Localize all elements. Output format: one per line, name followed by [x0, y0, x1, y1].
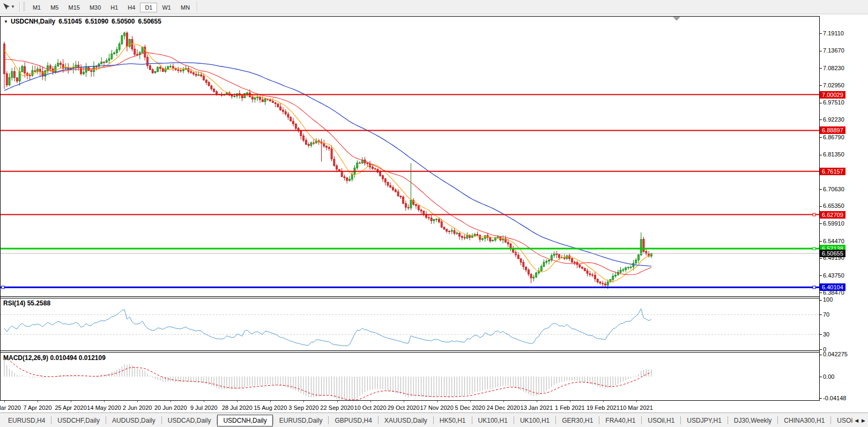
- axis-tick-mark: [820, 51, 822, 51]
- axis-tick-mark: [820, 334, 822, 335]
- date-tick-mark: [71, 401, 71, 402]
- ohlc-close: 6.50655: [138, 18, 161, 25]
- tab-gbpusd-h4[interactable]: GBPUSD,H4: [329, 415, 377, 426]
- date-label: 5 Dec 2020: [455, 404, 485, 411]
- timeframe-button-mn[interactable]: MN: [176, 3, 195, 12]
- chart-pointer-icon[interactable]: [1, 2, 11, 12]
- axis-tick-mark: [820, 398, 822, 399]
- price-tick-label: 6.92230: [823, 116, 844, 123]
- timeframe-button-m1[interactable]: M1: [28, 3, 46, 12]
- axis-tick-mark: [820, 103, 822, 103]
- timeframe-button-h1[interactable]: H1: [106, 3, 123, 12]
- chart-tabbar: EURUSD,H4USDCHF,DailyAUDUSD,DailyUSDCAD,…: [0, 413, 868, 427]
- tab-usoil-h1[interactable]: USOil,H1: [831, 415, 856, 426]
- macd-tick-label: 0.00: [823, 373, 834, 380]
- timeframe-button-d1[interactable]: D1: [140, 3, 157, 12]
- date-label: 14 May 2020: [87, 404, 121, 411]
- date-tick-mark: [337, 401, 338, 402]
- ohlc-low: 6.50500: [112, 18, 135, 25]
- price-tick-label: 7.19110: [823, 30, 844, 36]
- ohlc-open: 6.51045: [58, 18, 81, 25]
- price-axis[interactable]: 7.191107.136707.082307.029506.975106.922…: [820, 15, 868, 412]
- date-tick-mark: [237, 401, 238, 402]
- chart-window: ▼USDCNH,Daily6.510456.510906.505006.5065…: [0, 15, 868, 412]
- chart-symbol-label: USDCNH,Daily: [11, 18, 55, 25]
- tab-hk50-h1[interactable]: HK50,H1: [434, 415, 472, 426]
- date-tick-mark: [170, 401, 171, 402]
- date-label: 10 Mar 2021: [620, 404, 653, 411]
- axis-tick-mark: [820, 258, 822, 259]
- tab-usdcnh-daily[interactable]: USDCNH,Daily: [217, 415, 272, 426]
- date-tick-mark: [636, 401, 637, 402]
- price-tick-label: 6.86790: [823, 134, 844, 140]
- price-tick-label: 7.02950: [823, 82, 844, 88]
- date-tick-mark: [4, 401, 5, 402]
- chart-menu-caret[interactable]: ▼: [4, 19, 8, 24]
- tab-usdjpy-h1[interactable]: USDJPY,H1: [681, 415, 727, 426]
- date-tick-mark: [104, 401, 105, 402]
- date-tick-mark: [303, 401, 304, 402]
- date-label: 25 Apr 2020: [55, 404, 86, 411]
- timeframe-button-m15[interactable]: M15: [63, 3, 84, 12]
- tab-scroll-nav: ◀ ▶: [853, 413, 867, 427]
- tab-usdchf-daily[interactable]: USDCHF,Daily: [51, 415, 106, 426]
- date-tick-mark: [503, 401, 504, 402]
- price-tick-label: 6.54470: [823, 238, 844, 244]
- toolbar-separator-2: [197, 2, 197, 12]
- date-tick-mark: [38, 401, 38, 402]
- tool-dropdown-caret[interactable]: ▼: [11, 4, 15, 9]
- tab-audusd-daily[interactable]: AUDUSD,Daily: [106, 415, 161, 426]
- tab-uk100-h1[interactable]: UK100,H1: [472, 415, 514, 426]
- tab-eurusd-daily[interactable]: EURUSD,Daily: [273, 415, 329, 426]
- price-chart-canvas[interactable]: [0, 15, 820, 411]
- date-label: 22 Sep 2020: [320, 404, 353, 411]
- tab-xauusd-daily[interactable]: XAUUSD,Daily: [379, 415, 433, 426]
- date-label: 17 Nov 2020: [420, 404, 453, 411]
- timeframe-button-h4[interactable]: H4: [123, 3, 140, 12]
- axis-tick-mark: [820, 33, 822, 34]
- axis-tick-mark: [820, 155, 822, 155]
- price-tick-label: 6.43750: [823, 272, 844, 279]
- axis-tick-mark: [820, 300, 822, 301]
- toolbar-grip-handle[interactable]: [23, 2, 25, 11]
- price-tick-label: 6.70630: [823, 186, 844, 192]
- price-tick-label: 6.65350: [823, 203, 844, 209]
- date-label: 15 Aug 2020: [254, 404, 287, 411]
- tab-scroll-right-icon[interactable]: ▶: [860, 418, 867, 423]
- tab-uk100-h1[interactable]: UK100,H1: [514, 415, 555, 426]
- tab-usoil-h1[interactable]: USOil,H1: [642, 415, 680, 426]
- timeframe-button-m5[interactable]: M5: [46, 3, 63, 12]
- axis-tick-mark: [820, 349, 822, 350]
- tab-usdcad-daily[interactable]: USDCAD,Daily: [162, 415, 217, 426]
- timeframe-button-m30[interactable]: M30: [85, 3, 106, 12]
- tab-ger30-h1[interactable]: GER30,H1: [556, 415, 599, 426]
- timeframe-button-group: M1M5M15M30H1H4D1W1MN: [28, 2, 195, 12]
- date-tick-mark: [570, 401, 570, 402]
- tab-eurusd-h4[interactable]: EURUSD,H4: [2, 415, 51, 426]
- macd-tick-label: -0.04148: [823, 395, 846, 401]
- macd-tick-label: 0.042275: [823, 351, 848, 357]
- rsi-label: RSI(14) 55.2588: [3, 299, 50, 307]
- date-tick-mark: [204, 401, 204, 402]
- date-tick-mark: [603, 401, 604, 402]
- tab-scroll-left-icon[interactable]: ◀: [853, 418, 860, 423]
- tab-china300-h1[interactable]: CHINA300,H1: [778, 415, 830, 426]
- macd-signal-value: 0.012109: [79, 354, 106, 362]
- axis-tick-mark: [820, 377, 822, 377]
- axis-tick-mark: [820, 85, 822, 86]
- tab-dj30-weekly[interactable]: DJ30,Weekly: [728, 415, 777, 426]
- level-price-badge: 6.62709: [820, 211, 845, 219]
- rsi-tick-label: 30: [823, 331, 829, 338]
- timeframe-button-w1[interactable]: W1: [157, 3, 176, 12]
- rsi-tick-label: 70: [823, 311, 829, 318]
- date-label: 3 Sep 2020: [288, 404, 318, 411]
- axis-tick-mark: [820, 137, 822, 138]
- tab-fra40-h1[interactable]: FRA40,H1: [599, 415, 641, 426]
- chart-tabs: EURUSD,H4USDCHF,DailyAUDUSD,DailyUSDCAD,…: [0, 413, 856, 427]
- level-price-badge: 6.88897: [820, 126, 845, 134]
- date-label: 20 Jun 2020: [154, 404, 187, 411]
- ohlc-high: 6.51090: [85, 18, 108, 25]
- axis-tick-mark: [820, 189, 822, 190]
- date-label: 13 Jan 2021: [521, 404, 553, 411]
- date-tick-mark: [370, 401, 371, 402]
